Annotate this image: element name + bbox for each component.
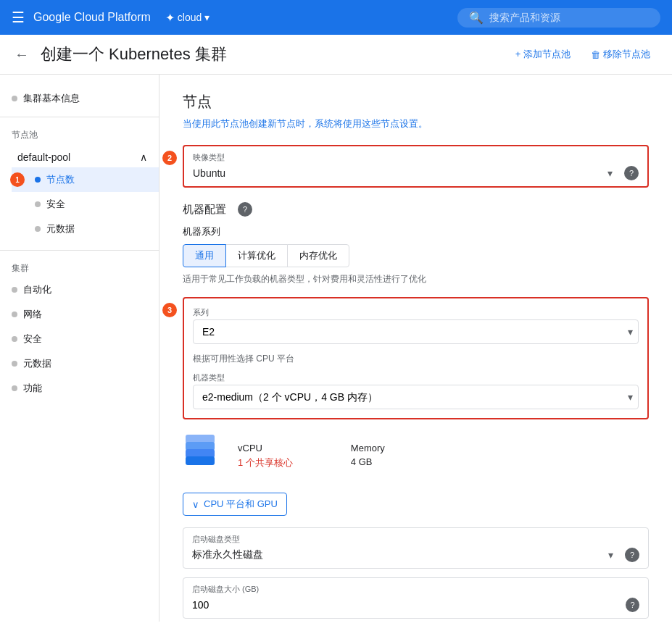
annotation-2: 2 (162, 151, 177, 165)
series-select[interactable]: E2 N2 N1 (193, 319, 639, 344)
main-content: 节点 当使用此节点池创建新节点时，系统将使用这些节点设置。 2 映像类型 Ubu… (159, 75, 672, 622)
section-description: 当使用此节点池创建新节点时，系统将使用这些节点设置。 (183, 117, 649, 130)
series-description: 适用于常见工作负载的机器类型，针对费用和灵活性进行了优化 (183, 273, 649, 285)
dot-feat (12, 385, 17, 391)
annotation-3: 3 (162, 303, 177, 317)
boot-disk-type-value: 标准永久性磁盘 (192, 548, 263, 561)
machine-type-select-wrapper: e2-medium（2 个 vCPU，4 GB 内存） e2-small e2-… (193, 385, 639, 409)
boot-disk-size-help-icon[interactable]: ? (626, 598, 639, 612)
dot-cmeta (12, 361, 17, 367)
project-selector[interactable]: ✦ cloud ▾ (165, 11, 210, 25)
dot-auto (12, 287, 17, 293)
sidebar-item-cluster-basic[interactable]: 集群基本信息 (0, 86, 159, 111)
boot-disk-dropdown-icon[interactable]: ▾ (608, 549, 613, 561)
cluster-section-label: 集群 (0, 256, 159, 277)
sidebar-item-automation[interactable]: 自动化 (0, 277, 159, 302)
sidebar-item-cluster-security[interactable]: 安全 (0, 327, 159, 351)
dot-metadata (35, 226, 41, 232)
dot-security (35, 201, 41, 207)
tab-memory-optimized[interactable]: 内存优化 (287, 244, 349, 267)
boot-disk-size-label: 启动磁盘大小 (GB) (192, 584, 639, 595)
image-type-section: 2 映像类型 Ubuntu ▾ ? (183, 145, 649, 188)
search-bar: 🔍 (457, 8, 660, 28)
machine-config-help-icon[interactable]: ? (238, 202, 252, 217)
boot-disk-size-input[interactable] (192, 599, 620, 611)
machine-series-label: 机器系列 (183, 225, 649, 238)
sidebar-item-security[interactable]: 安全 (12, 192, 159, 217)
node-pool-section-label: 节点池 (0, 123, 159, 144)
resource-display: vCPU 1 个共享核心 Memory 4 GB (238, 443, 385, 469)
tab-general[interactable]: 通用 (183, 244, 226, 267)
search-input[interactable] (489, 12, 634, 23)
top-nav: ☰ Google Cloud Platform ✦ cloud ▾ 🔍 (0, 0, 672, 35)
add-pool-button[interactable]: + 添加节点池 (508, 43, 578, 65)
dot-csec (12, 336, 17, 342)
dot-icon (12, 96, 17, 101)
project-dropdown-icon: ▾ (204, 12, 210, 23)
project-icon: ✦ (165, 11, 175, 25)
series-machine-bordered: 系列 E2 N2 N1 ▾ 根据可用性选择 CPU 平台 机器类型 (183, 297, 649, 419)
default-pool-header[interactable]: default-pool ∧ (0, 147, 159, 167)
sidebar-item-cluster-metadata[interactable]: 元数据 (0, 351, 159, 376)
image-type-dropdown-icon[interactable]: ▾ (607, 167, 613, 179)
series-label: 系列 (193, 307, 639, 318)
trash-icon: 🗑 (591, 49, 600, 60)
main-layout: 集群基本信息 节点池 default-pool ∧ 节点数 1 (0, 75, 672, 622)
active-dot (35, 177, 41, 183)
image-type-value: Ubuntu (193, 167, 225, 179)
dot-net (12, 312, 17, 317)
expand-icon: ∨ (192, 499, 199, 510)
series-machine-section: 3 系列 E2 N2 N1 ▾ 根据可用性选择 CPU 平台 (183, 297, 649, 419)
boot-disk-type-help-icon[interactable]: ? (625, 548, 639, 562)
boot-disk-size-field: 启动磁盘大小 (GB) ? (183, 577, 649, 619)
cpu-note: 根据可用性选择 CPU 平台 (193, 353, 639, 365)
series-field: 系列 E2 N2 N1 ▾ (193, 307, 639, 344)
app-title: Google Cloud Platform (33, 11, 151, 24)
project-name: cloud (178, 12, 202, 23)
sidebar-item-node-count[interactable]: 节点数 1 (12, 167, 159, 192)
menu-icon[interactable]: ☰ (12, 9, 25, 26)
nodes-title: 节点 (183, 92, 649, 112)
sidebar-item-network[interactable]: 网络 (0, 302, 159, 327)
machine-type-label: 机器类型 (193, 372, 639, 383)
server-stack-icon (183, 435, 226, 478)
image-type-label: 映像类型 (193, 152, 639, 163)
page-header: ← 创建一个 Kubernetes 集群 + 添加节点池 🗑 移除节点池 (0, 35, 672, 75)
boot-disk-size-section: 启动磁盘大小 (GB) ? (183, 577, 649, 619)
memory-resource: Memory 4 GB (351, 443, 385, 467)
annotation-1: 1 (10, 172, 25, 187)
boot-disk-type-label: 启动磁盘类型 (192, 534, 639, 545)
cpu-gpu-button[interactable]: ∨ CPU 平台和 GPU (183, 493, 287, 516)
sidebar-item-feature[interactable]: 功能 (0, 376, 159, 401)
boot-disk-type-field: 启动磁盘类型 标准永久性磁盘 ▾ ? (183, 527, 649, 569)
machine-config-header: 机器配置 ? (183, 202, 649, 217)
sidebar-item-metadata[interactable]: 元数据 (12, 217, 159, 241)
pool-sub-items: 节点数 1 安全 元数据 (12, 167, 159, 241)
header-actions: + 添加节点池 🗑 移除节点池 (508, 43, 658, 65)
machine-type-select[interactable]: e2-medium（2 个 vCPU，4 GB 内存） e2-small e2-… (193, 385, 639, 409)
vcpu-resource: vCPU 1 个共享核心 (238, 443, 293, 469)
tab-compute-optimized[interactable]: 计算优化 (225, 244, 288, 267)
remove-pool-button[interactable]: 🗑 移除节点池 (584, 43, 658, 65)
series-select-wrapper: E2 N2 N1 ▾ (193, 319, 639, 344)
image-type-field: 映像类型 Ubuntu ▾ ? (183, 145, 649, 188)
page-title: 创建一个 Kubernetes 集群 (41, 43, 227, 65)
sidebar: 集群基本信息 节点池 default-pool ∧ 节点数 1 (0, 75, 159, 622)
boot-disk-type-section: 启动磁盘类型 标准永久性磁盘 ▾ ? (183, 527, 649, 569)
machine-type-field: 机器类型 e2-medium（2 个 vCPU，4 GB 内存） e2-smal… (193, 372, 639, 409)
back-button[interactable]: ← (14, 46, 29, 63)
resource-display-row: vCPU 1 个共享核心 Memory 4 GB (183, 431, 649, 481)
image-type-select-row: Ubuntu ▾ ? (193, 166, 639, 180)
image-type-help-icon[interactable]: ? (624, 166, 639, 180)
machine-series-tabs: 通用 计算优化 内存优化 (183, 244, 649, 267)
search-icon: 🔍 (469, 11, 484, 25)
chevron-up-icon: ∧ (140, 151, 147, 163)
